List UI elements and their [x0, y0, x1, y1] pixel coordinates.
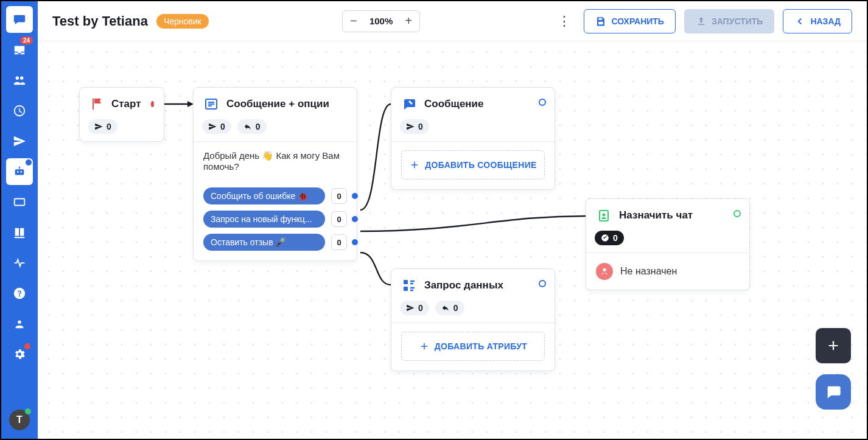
gear-icon	[13, 347, 26, 361]
plus-icon	[419, 341, 430, 352]
option-row[interactable]: Оставить отзыв 🎤 0	[203, 234, 347, 251]
sidebar-item-docs[interactable]	[6, 219, 33, 246]
badge-icon	[596, 208, 612, 223]
svg-rect-2	[404, 280, 408, 284]
node-assign-chat[interactable]: Назначить чат 0 Не назначен	[586, 198, 750, 290]
launch-button[interactable]: ЗАПУСТИТЬ	[684, 9, 774, 33]
node-message[interactable]: Сообщение 0 ДОБАВИТЬ СООБЩЕНИЕ	[391, 87, 555, 190]
option-row[interactable]: Сообщить об ошибке 🐞 0	[203, 187, 347, 204]
save-label: СОХРАНИТЬ	[611, 16, 663, 26]
option-count: 0	[331, 188, 347, 204]
add-attribute-button[interactable]: ДОБАВИТЬ АТРИБУТ	[401, 332, 545, 361]
check-icon	[601, 234, 609, 242]
zoom-in-button[interactable]: +	[397, 10, 419, 32]
out-indicator[interactable]	[733, 210, 741, 217]
sidebar-item-users[interactable]	[6, 67, 33, 94]
send-icon	[406, 304, 415, 312]
clock-icon	[13, 104, 26, 117]
send-icon	[208, 122, 217, 131]
reply-icon	[441, 304, 450, 312]
inbox-badge: 24	[20, 37, 33, 44]
chat-bubble-icon	[13, 13, 26, 26]
option-count: 0	[331, 211, 347, 227]
draft-badge: Черновик	[156, 14, 209, 29]
add-attribute-label: ДОБАВИТЬ АТРИБУТ	[435, 341, 527, 351]
sidebar-item-history[interactable]	[6, 97, 33, 124]
out-indicator[interactable]	[539, 280, 546, 287]
chevron-left-icon	[794, 16, 805, 27]
output-port[interactable]	[352, 239, 358, 245]
assign-status: Не назначен	[620, 266, 677, 277]
start-indicator-dot	[151, 101, 154, 107]
option-row[interactable]: Запрос на новый функц... 0	[203, 211, 347, 228]
option-chip: Запрос на новый функц...	[203, 211, 325, 228]
send-icon	[94, 122, 103, 131]
reply-icon	[243, 122, 252, 131]
sidebar-item-send[interactable]	[6, 128, 33, 155]
upload-icon	[696, 16, 707, 27]
node-message-options[interactable]: Сообщение + опции 0 0 Добрый день 👋 Как …	[193, 87, 357, 261]
book-icon	[13, 226, 26, 239]
topbar: Test by Tetiana Черновик − 100% + ⋮ СОХР…	[38, 1, 867, 41]
node-start-title: Старт	[111, 98, 141, 110]
people-icon	[13, 317, 26, 330]
add-node-button[interactable]: +	[816, 328, 851, 363]
pill-reply: 0	[237, 119, 267, 134]
sidebar-item-settings[interactable]	[6, 341, 33, 368]
more-menu-button[interactable]: ⋮	[553, 10, 575, 32]
option-count: 0	[331, 234, 347, 250]
out-indicator[interactable]	[539, 99, 546, 106]
add-message-button[interactable]: ДОБАВИТЬ СООБЩЕНИЕ	[401, 150, 545, 180]
sidebar-item-inbox[interactable]: 24	[6, 37, 33, 63]
pill-sent: 0	[88, 119, 117, 134]
add-message-label: ДОБАВИТЬ СООБЩЕНИЕ	[425, 160, 536, 170]
output-port[interactable]	[352, 193, 358, 199]
back-button[interactable]: НАЗАД	[783, 9, 852, 33]
users-icon	[13, 74, 26, 87]
chat-icon	[825, 383, 842, 400]
sidebar-item-chat[interactable]	[6, 6, 33, 33]
pill-sent: 0	[202, 119, 231, 134]
node-body-text: Добрый день 👋 Как я могу Вам помочь?	[194, 141, 357, 180]
sidebar-item-bot[interactable]	[6, 158, 33, 185]
zoom-control: − 100% +	[342, 10, 420, 32]
back-label: НАЗАД	[810, 16, 841, 26]
node-data-request[interactable]: Запрос данных 0 0 ДОБАВИТЬ АТРИБУТ	[391, 268, 555, 371]
unassigned-icon	[596, 263, 613, 280]
zoom-out-button[interactable]: −	[343, 10, 365, 32]
save-button[interactable]: СОХРАНИТЬ	[584, 9, 675, 33]
pulse-icon	[13, 256, 26, 270]
bot-icon	[13, 165, 26, 178]
page-title: Test by Tetiana	[52, 13, 148, 29]
presence-dot	[25, 408, 31, 414]
send-icon	[406, 122, 415, 131]
pill-sent: 0	[400, 119, 429, 134]
node-message-options-title: Сообщение + опции	[226, 98, 329, 110]
output-port[interactable]	[352, 216, 358, 222]
sidebar-item-activity[interactable]	[6, 250, 33, 276]
option-chip: Сообщить об ошибке 🐞	[203, 187, 325, 204]
chat-widget-button[interactable]	[816, 374, 851, 410]
pill-success: 0	[595, 231, 624, 245]
send-icon	[13, 134, 26, 148]
sidebar-item-help[interactable]	[6, 280, 33, 307]
message-icon	[401, 96, 417, 112]
avatar-letter: T	[16, 414, 23, 425]
node-message-title: Сообщение	[424, 98, 484, 110]
sidebar-item-card[interactable]	[6, 189, 33, 215]
list-icon	[203, 96, 219, 112]
zoom-level: 100%	[365, 16, 397, 26]
form-icon	[401, 278, 417, 293]
left-sidebar: 24 T	[1, 1, 38, 439]
inbox-icon	[13, 43, 26, 57]
option-chip: Оставить отзыв 🎤	[203, 234, 325, 251]
sidebar-item-team[interactable]	[6, 310, 33, 337]
flag-icon	[89, 96, 104, 112]
plus-icon	[409, 159, 420, 170]
user-avatar[interactable]: T	[9, 410, 30, 430]
save-icon	[595, 16, 606, 27]
bot-dot	[26, 159, 32, 166]
node-start[interactable]: Старт 0	[79, 87, 164, 142]
settings-alert-dot	[24, 343, 30, 349]
canvas[interactable]: Старт 0 Сообщение + опции 0 0 Добрый д	[38, 41, 867, 439]
